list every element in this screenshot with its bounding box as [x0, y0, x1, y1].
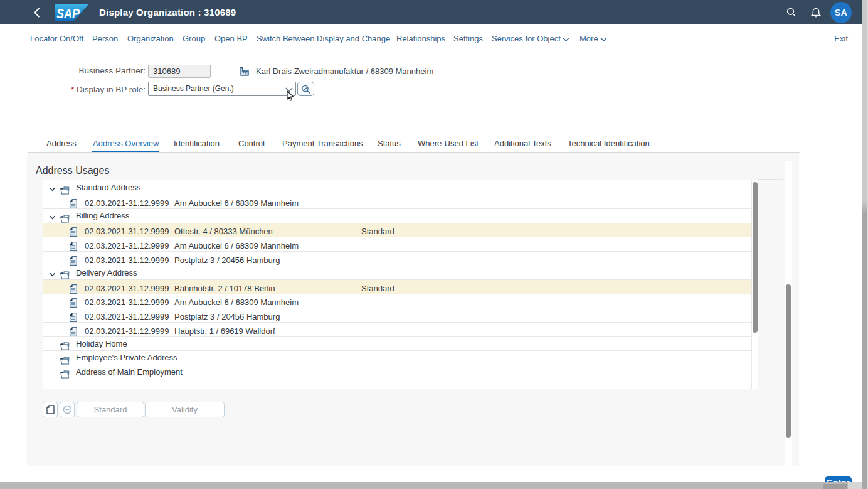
svg-text:SAP: SAP: [56, 6, 80, 21]
